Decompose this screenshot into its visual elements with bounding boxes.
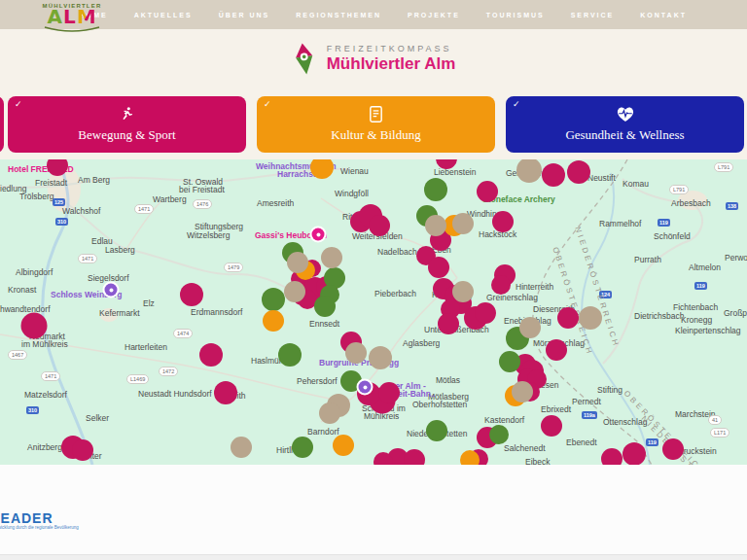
nav-item--ber-uns[interactable]: ÜBER UNS — [219, 12, 270, 18]
map-marker-orange[interactable] — [263, 310, 284, 332]
map-marker-green[interactable] — [314, 296, 336, 317]
muehlviertler-alm-logo[interactable]: MÜHLVIERTLER ALM — [33, 3, 111, 33]
map-town-label: Rammelhof — [599, 219, 641, 228]
map-marker-tan[interactable] — [321, 247, 342, 268]
check-icon: ✓ — [15, 99, 22, 109]
map-town-label: Pieberbach — [374, 289, 416, 298]
road-shield: 138 — [726, 202, 738, 210]
map-town-label: Nadelbach — [377, 247, 417, 257]
page-title: Mühlviertler Alm — [327, 54, 456, 74]
map-marker-tan[interactable] — [512, 381, 533, 402]
map-marker-crimson[interactable] — [557, 307, 579, 329]
leader-logo[interactable]: LEADER Entwicklung durch die regionale B… — [0, 511, 79, 530]
map-marker-green[interactable] — [489, 425, 509, 444]
previous-card-sliver[interactable] — [0, 96, 4, 153]
road-shield: L171 — [710, 428, 729, 438]
map-town-label: Selker — [86, 413, 109, 423]
map-marker-green[interactable] — [262, 288, 285, 311]
bottom-strip — [0, 554, 747, 560]
map-town-label: Kronegg — [681, 315, 712, 325]
nav-item-aktuelles[interactable]: AKTUELLES — [134, 12, 193, 18]
map-marker-crimson[interactable] — [491, 275, 511, 295]
nav-item-tourismus[interactable]: TOURISMUS — [486, 12, 545, 18]
map-marker-crimson[interactable] — [214, 381, 237, 404]
road-shield: 1479 — [224, 262, 243, 272]
map-marker-tan[interactable] — [284, 281, 305, 302]
map-marker-tan[interactable] — [319, 402, 340, 424]
map-marker-orange[interactable] — [460, 450, 480, 465]
map-town-label: Mötlas — [436, 375, 460, 385]
map-marker-green[interactable] — [499, 351, 520, 372]
map-marker-crimson[interactable] — [492, 211, 514, 232]
map-marker-orange[interactable] — [333, 435, 354, 456]
freizeitkompass-map[interactable]: FreistadtAm BergiedlungTrölsbergWalchsho… — [0, 159, 747, 465]
hero-kicker: FREIZEITKOMPASS — [327, 44, 456, 53]
map-marker-crimson[interactable] — [438, 313, 459, 334]
map-town-label: Pernedt — [572, 397, 601, 406]
schloss-weinberg-poi-icon[interactable] — [105, 284, 118, 297]
map-marker-tan[interactable] — [452, 213, 474, 234]
nav-item-service[interactable]: SERVICE — [571, 12, 615, 18]
map-marker-tan[interactable] — [287, 252, 308, 273]
map-town-label: hwandtendorf — [0, 304, 51, 314]
leader-logo-tagline: Entwicklung durch die regionale Bevölker… — [0, 525, 79, 530]
map-marker-green[interactable] — [292, 437, 313, 458]
map-marker-crimson[interactable] — [369, 215, 390, 236]
map-marker-crimson[interactable] — [378, 382, 400, 403]
map-marker-tan[interactable] — [519, 317, 541, 338]
map-marker-tan[interactable] — [345, 342, 367, 364]
nav-item-kontakt[interactable]: KONTAKT — [640, 12, 687, 18]
map-marker-crimson[interactable] — [21, 313, 48, 339]
map-marker-tan[interactable] — [369, 346, 392, 369]
card-label: Bewegung & Sport — [78, 127, 175, 143]
map-marker-crimson[interactable] — [199, 343, 223, 367]
map-town-label: Lasberg — [105, 245, 135, 255]
card-kultur-bildung[interactable]: ✓ Kultur & Bildung — [257, 96, 495, 153]
gleit-bahn-poi-icon[interactable] — [359, 381, 372, 394]
map-marker-green[interactable] — [278, 343, 302, 367]
map-marker-crimson[interactable] — [542, 163, 565, 187]
map-marker-crimson[interactable] — [546, 339, 567, 361]
map-marker-crimson[interactable] — [477, 181, 498, 202]
heuboden-poi-icon[interactable] — [312, 228, 325, 241]
road-shield: 1467 — [8, 350, 27, 360]
map-marker-crimson[interactable] — [541, 415, 562, 437]
map-marker-tan[interactable] — [425, 215, 446, 236]
map-town-label: Arbesbach — [671, 198, 711, 208]
map-marker-crimson[interactable] — [601, 448, 622, 465]
map-marker-tan[interactable] — [231, 437, 252, 458]
map-town-label: Kronast — [8, 285, 36, 295]
map-town-label: Ebenedt — [566, 438, 597, 447]
nav-item-regionsthemen[interactable]: REGIONSTHEMEN — [296, 12, 381, 18]
map-marker-crimson[interactable] — [72, 439, 93, 461]
nav-item-projekte[interactable]: PROJEKTE — [408, 12, 460, 18]
map-marker-crimson[interactable] — [567, 160, 590, 184]
map-marker-tan[interactable] — [579, 306, 602, 330]
map-marker-tan[interactable] — [452, 281, 474, 302]
map-town-label: Hinterreith — [516, 282, 553, 292]
road-shield: L791 — [714, 162, 733, 172]
map-town-label: Ebrixedt — [541, 404, 571, 414]
hero-section: FREIZEITKOMPASS Mühlviertler Alm ✓ Beweg… — [0, 29, 747, 159]
compass-icon — [290, 41, 319, 76]
heart-pulse-icon — [617, 106, 634, 122]
map-marker-crimson[interactable] — [428, 257, 449, 278]
map-marker-green[interactable] — [426, 420, 447, 441]
map-marker-crimson[interactable] — [662, 438, 684, 460]
map-marker-crimson[interactable] — [180, 283, 203, 306]
leader-logo-title: LEADER — [0, 511, 79, 525]
map-town-label: Harterleiten — [124, 342, 167, 352]
road-shield: 125 — [53, 198, 65, 206]
map-marker-green[interactable] — [424, 178, 447, 201]
map-town-label: Altmelon — [689, 262, 721, 272]
map-town-label: Kastendorf — [484, 415, 524, 425]
book-icon — [369, 106, 383, 122]
map-marker-crimson[interactable] — [374, 452, 393, 465]
map-marker-crimson[interactable] — [475, 302, 496, 324]
card-bewegung-sport[interactable]: ✓ Bewegung & Sport — [8, 96, 246, 153]
card-gesundheit-wellness[interactable]: ✓ Gesundheit & Wellness — [506, 96, 744, 153]
map-marker-crimson[interactable] — [404, 449, 425, 465]
map-marker-crimson[interactable] — [622, 442, 646, 465]
map-town-label: Eibeck — [525, 457, 551, 465]
map-town-label: Perwolf — [725, 253, 747, 262]
